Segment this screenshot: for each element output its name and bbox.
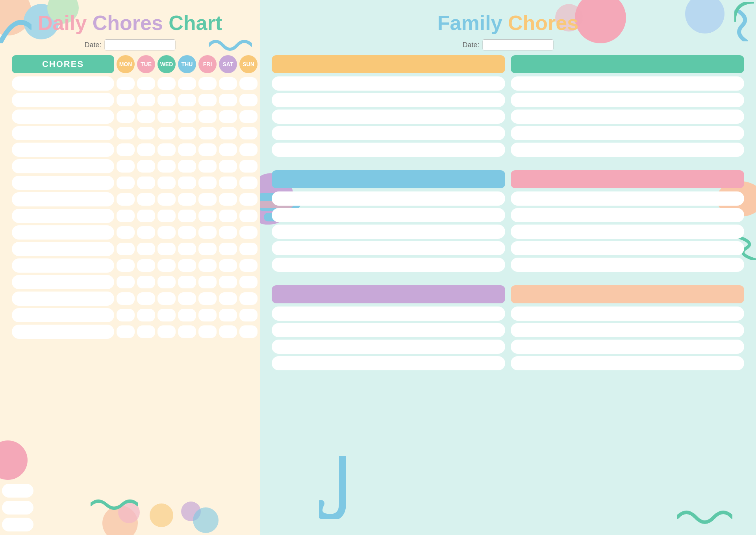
day-check[interactable] — [117, 292, 135, 305]
day-check[interactable] — [219, 160, 237, 173]
day-check[interactable] — [158, 176, 176, 189]
chore-cell[interactable] — [12, 93, 114, 107]
family-item[interactable] — [511, 76, 744, 91]
day-check[interactable] — [117, 210, 135, 222]
chore-cell[interactable] — [12, 192, 114, 206]
chore-cell[interactable] — [12, 242, 114, 256]
day-check[interactable] — [219, 309, 237, 321]
chore-cell[interactable] — [12, 258, 114, 273]
family-item[interactable] — [511, 191, 744, 206]
day-check[interactable] — [137, 160, 155, 173]
day-check[interactable] — [137, 243, 155, 255]
day-check[interactable] — [219, 77, 237, 90]
day-check[interactable] — [198, 77, 217, 90]
day-check[interactable] — [178, 127, 196, 139]
day-check[interactable] — [137, 193, 155, 206]
family-item[interactable] — [511, 225, 744, 239]
chore-cell[interactable] — [12, 325, 114, 339]
chore-cell[interactable] — [12, 76, 114, 91]
day-check[interactable] — [198, 226, 217, 239]
day-check[interactable] — [137, 292, 155, 305]
day-check[interactable] — [117, 110, 135, 123]
day-check[interactable] — [239, 309, 258, 321]
day-check[interactable] — [178, 193, 196, 206]
day-check[interactable] — [117, 77, 135, 90]
day-check[interactable] — [239, 110, 258, 123]
family-item[interactable] — [511, 307, 744, 321]
day-check[interactable] — [117, 276, 135, 288]
family-item[interactable] — [272, 191, 505, 206]
day-check[interactable] — [219, 176, 237, 189]
day-check[interactable] — [137, 94, 155, 106]
family-item[interactable] — [511, 340, 744, 354]
day-check[interactable] — [117, 243, 135, 255]
day-check[interactable] — [178, 276, 196, 288]
day-check[interactable] — [198, 127, 217, 139]
day-check[interactable] — [198, 193, 217, 206]
day-check[interactable] — [158, 292, 176, 305]
day-check[interactable] — [198, 259, 217, 272]
day-check[interactable] — [158, 243, 176, 255]
day-check[interactable] — [178, 160, 196, 173]
day-check[interactable] — [239, 226, 258, 239]
family-item[interactable] — [272, 258, 505, 272]
chore-cell[interactable] — [12, 126, 114, 140]
family-item[interactable] — [272, 323, 505, 337]
day-check[interactable] — [219, 325, 237, 338]
family-item[interactable] — [272, 93, 505, 107]
day-check[interactable] — [178, 143, 196, 156]
day-check[interactable] — [219, 94, 237, 106]
day-check[interactable] — [117, 143, 135, 156]
day-check[interactable] — [198, 243, 217, 255]
family-item[interactable] — [272, 241, 505, 255]
day-check[interactable] — [117, 226, 135, 239]
day-check[interactable] — [239, 160, 258, 173]
day-check[interactable] — [178, 176, 196, 189]
day-check[interactable] — [158, 77, 176, 90]
day-check[interactable] — [198, 309, 217, 321]
family-item[interactable] — [272, 126, 505, 140]
day-check[interactable] — [178, 210, 196, 222]
day-check[interactable] — [178, 309, 196, 321]
day-check[interactable] — [158, 259, 176, 272]
day-check[interactable] — [178, 110, 196, 123]
family-item[interactable] — [272, 340, 505, 354]
day-check[interactable] — [117, 325, 135, 338]
day-check[interactable] — [198, 110, 217, 123]
day-check[interactable] — [239, 243, 258, 255]
day-check[interactable] — [219, 210, 237, 222]
day-check[interactable] — [178, 94, 196, 106]
day-check[interactable] — [178, 292, 196, 305]
day-check[interactable] — [178, 226, 196, 239]
family-item[interactable] — [272, 225, 505, 239]
day-check[interactable] — [178, 77, 196, 90]
day-check[interactable] — [117, 127, 135, 139]
day-check[interactable] — [178, 243, 196, 255]
family-item[interactable] — [272, 110, 505, 124]
day-check[interactable] — [239, 94, 258, 106]
day-check[interactable] — [158, 127, 176, 139]
day-check[interactable] — [158, 325, 176, 338]
family-item[interactable] — [511, 110, 744, 124]
day-check[interactable] — [239, 176, 258, 189]
day-check[interactable] — [219, 127, 237, 139]
day-check[interactable] — [219, 292, 237, 305]
family-item[interactable] — [272, 307, 505, 321]
chore-cell[interactable] — [12, 225, 114, 240]
day-check[interactable] — [198, 325, 217, 338]
day-check[interactable] — [239, 77, 258, 90]
day-check[interactable] — [219, 259, 237, 272]
family-item[interactable] — [511, 143, 744, 157]
day-check[interactable] — [219, 243, 237, 255]
day-check[interactable] — [117, 176, 135, 189]
day-check[interactable] — [198, 160, 217, 173]
family-item[interactable] — [511, 93, 744, 107]
day-check[interactable] — [117, 259, 135, 272]
day-check[interactable] — [158, 160, 176, 173]
day-check[interactable] — [198, 276, 217, 288]
day-check[interactable] — [137, 259, 155, 272]
chore-cell[interactable] — [12, 110, 114, 124]
date-input-left[interactable] — [105, 39, 176, 50]
day-check[interactable] — [137, 210, 155, 222]
date-input-right[interactable] — [483, 39, 554, 50]
